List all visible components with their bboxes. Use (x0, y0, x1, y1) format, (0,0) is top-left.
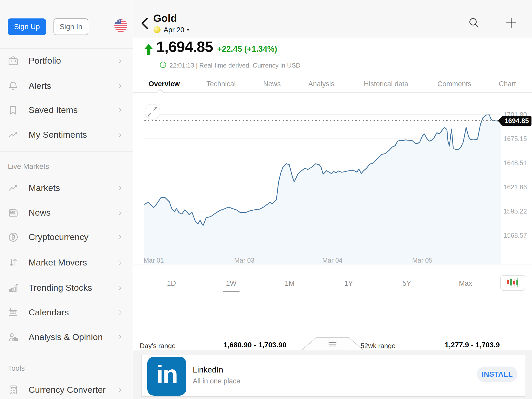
chevron-right-icon (117, 107, 123, 114)
add-to-watchlist-icon[interactable] (506, 17, 517, 29)
chevron-right-icon (117, 284, 123, 291)
tab-overview[interactable]: Overview (149, 80, 180, 88)
candlestick-icon (506, 278, 520, 288)
bookmark-icon (7, 104, 19, 116)
sidebar-item-my-sentiments[interactable]: My Sentiments (0, 122, 133, 147)
y-axis-tick: 1648.51 (503, 159, 531, 167)
price-chart[interactable] (133, 94, 532, 265)
sidebar-item-label: News (29, 208, 51, 218)
chevron-right-icon (117, 209, 123, 216)
chevron-down-icon[interactable] (186, 29, 190, 31)
tab-chart[interactable]: Chart (499, 80, 516, 88)
install-button[interactable]: INSTALL (477, 367, 517, 382)
sidebar-item-label: Alerts (29, 81, 51, 91)
chevron-right-icon (117, 387, 123, 393)
chevron-right-icon (117, 259, 123, 266)
tab-historical-data[interactable]: Historical data (364, 80, 408, 88)
ad-tagline: All in one place. (193, 377, 242, 385)
range-max[interactable]: Max (459, 280, 472, 288)
current-price-tag: 1694.85 (502, 116, 531, 126)
x-axis-tick: Mar 01 (144, 257, 164, 264)
ad-app-name: LinkedIn (193, 365, 223, 375)
sidebar-item-trending-stocks[interactable]: Trending Stocks (0, 275, 133, 300)
range-1w[interactable]: 1W (226, 280, 237, 288)
sidebar-item-label: Trending Stocks (29, 283, 92, 293)
briefcase-icon (7, 55, 19, 67)
bitcoin-icon (7, 231, 19, 243)
range-1m[interactable]: 1M (285, 280, 295, 288)
linkedin-logo-icon: in (147, 357, 186, 396)
price-change: +22.45 (+1.34%) (217, 44, 277, 54)
page-title: Gold (153, 12, 177, 24)
52wk-range-value: 1,277.9 - 1,703.9 (445, 341, 500, 349)
trend-icon (7, 129, 19, 141)
range-1d[interactable]: 1D (167, 280, 176, 288)
x-axis-tick: Mar 05 (412, 257, 433, 264)
sidebar-item-label: Calendars (29, 307, 69, 317)
sidebar-item-cryptocurrency[interactable]: Cryptocurrency (0, 225, 133, 249)
sidebar-item-markets[interactable]: Markets (0, 176, 133, 200)
sidebar: Sign Up Sign In Portfolio (0, 0, 133, 399)
y-axis-tick: 1595.22 (503, 208, 531, 215)
tab-comments[interactable]: Comments (437, 80, 471, 88)
sidebar-item-label: Analysis & Opinion (29, 332, 103, 342)
sidebar-item-news[interactable]: News (0, 200, 133, 225)
tab-technical[interactable]: Technical (207, 80, 236, 88)
panel-drag-handle[interactable] (301, 337, 364, 350)
divider (0, 151, 133, 152)
current-price: 1,694.85 (156, 38, 213, 55)
sidebar-item-label: Markets (29, 183, 60, 193)
chevron-right-icon (117, 83, 123, 89)
calculator-icon (7, 384, 19, 396)
section-live-markets: Live Markets (8, 162, 49, 171)
days-range-label: Day's range (140, 342, 176, 350)
expand-chart-icon[interactable] (144, 104, 161, 120)
newspaper-icon (7, 207, 19, 219)
tab-analysis[interactable]: Analysis (308, 80, 335, 88)
sign-up-button[interactable]: Sign Up (8, 18, 46, 35)
sidebar-item-label: Currency Converter (29, 385, 106, 395)
sidebar-item-label: Market Movers (29, 257, 87, 268)
gold-coin-icon (154, 26, 161, 33)
chevron-right-icon (117, 309, 123, 316)
chevron-right-icon (117, 334, 123, 341)
sidebar-item-currency-converter[interactable]: Currency Converter (0, 377, 133, 399)
chevron-right-icon (117, 57, 123, 64)
sidebar-item-portfolio[interactable]: Portfolio (0, 48, 133, 73)
52wk-range-label: 52wk range (361, 342, 395, 350)
selected-range-underline (223, 291, 240, 292)
sidebar-item-label: My Sentiments (29, 130, 87, 140)
sidebar-item-label: Saved Items (29, 105, 78, 115)
range-1y[interactable]: 1Y (344, 280, 353, 288)
section-tools: Tools (8, 364, 25, 373)
contract-selector[interactable]: Apr 20 (164, 26, 184, 34)
sidebar-item-alerts[interactable]: Alerts (0, 74, 133, 98)
ad-banner[interactable]: in LinkedIn All in one place. INSTALL (141, 355, 525, 397)
sidebar-item-saved-items[interactable]: Saved Items (0, 98, 133, 122)
sidebar-item-analysis-opinion[interactable]: Analysis & Opinion (0, 325, 133, 349)
chevron-right-icon (117, 185, 123, 191)
us-flag-icon[interactable] (114, 19, 127, 32)
quote-timestamp: 22:01:13 | Real-time derived. Currency i… (169, 62, 301, 69)
sidebar-item-calendars[interactable]: Calendars (0, 300, 133, 325)
y-axis-tick: 1621.86 (503, 183, 531, 191)
tab-news[interactable]: News (263, 80, 281, 88)
chevron-right-icon (117, 131, 123, 138)
sidebar-item-market-movers[interactable]: Market Movers (0, 250, 133, 275)
y-axis-tick: 1568.57 (503, 232, 531, 239)
up-down-arrows-icon (7, 257, 19, 269)
candlestick-view-button[interactable] (500, 275, 525, 291)
sidebar-item-label: Portfolio (29, 56, 61, 66)
search-icon[interactable] (468, 17, 480, 29)
range-5y[interactable]: 5Y (402, 280, 411, 288)
divider (0, 354, 133, 354)
bars-arrow-icon (7, 282, 19, 294)
sign-in-button[interactable]: Sign In (54, 18, 88, 35)
back-icon[interactable] (140, 17, 149, 30)
chart-bottom-border (133, 264, 532, 264)
trend-icon (7, 182, 19, 194)
price-up-arrow-icon (144, 44, 153, 55)
clock-icon (159, 61, 167, 68)
days-range-value: 1,680.90 - 1,703.90 (223, 341, 287, 349)
y-axis-tick: 1675.15 (503, 135, 531, 143)
